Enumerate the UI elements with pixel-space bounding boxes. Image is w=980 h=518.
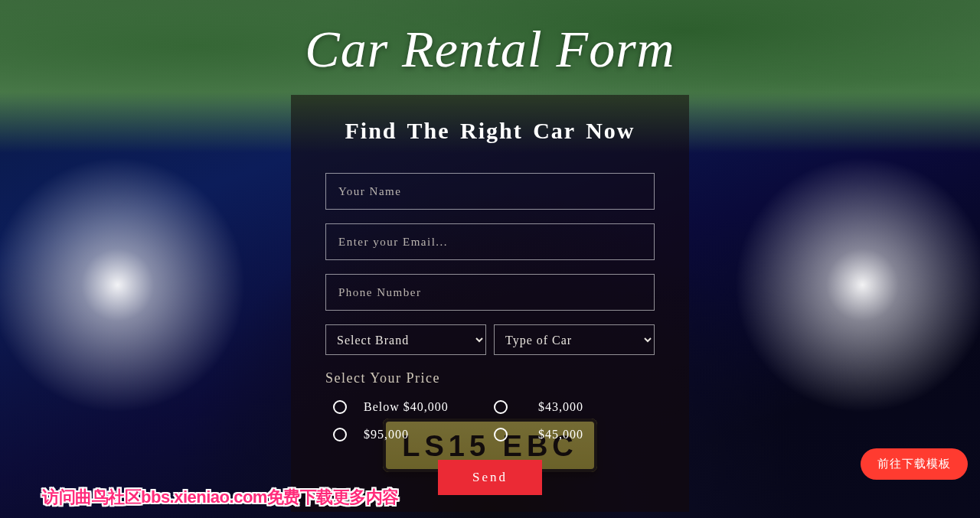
radio-icon (333, 428, 347, 441)
rental-form-card: Find The Right Car Now Select Brand Type… (291, 95, 689, 512)
price-option-label: $95,000 (364, 428, 409, 441)
watermark-text: 访问曲鸟社区bbs.xieniao.com免费下载更多内容 (42, 486, 399, 509)
price-radio-group: Below $40,000 $43,000 $95,000 $45,000 (325, 400, 655, 441)
price-option-label: Below $40,000 (364, 400, 449, 414)
page-title: Car Rental Form (0, 0, 980, 80)
price-option-43k[interactable]: $43,000 (494, 400, 647, 414)
download-template-button[interactable]: 前往下载模板 (861, 448, 968, 480)
send-button[interactable]: Send (438, 460, 542, 495)
form-heading: Find The Right Car Now (325, 118, 655, 144)
brand-select[interactable]: Select Brand (325, 324, 486, 355)
price-option-label: $43,000 (538, 400, 583, 414)
type-select[interactable]: Type of Car (494, 324, 655, 355)
price-option-below-40k[interactable]: Below $40,000 (333, 400, 486, 414)
price-option-95k[interactable]: $95,000 (333, 428, 486, 441)
price-option-45k[interactable]: $45,000 (494, 428, 647, 441)
email-input[interactable] (325, 223, 655, 260)
radio-icon (494, 400, 508, 414)
radio-icon (333, 400, 347, 414)
radio-icon (494, 428, 508, 441)
phone-input[interactable] (325, 274, 655, 311)
price-section-label: Select Your Price (325, 370, 655, 386)
name-input[interactable] (325, 173, 655, 210)
price-option-label: $45,000 (538, 428, 583, 441)
